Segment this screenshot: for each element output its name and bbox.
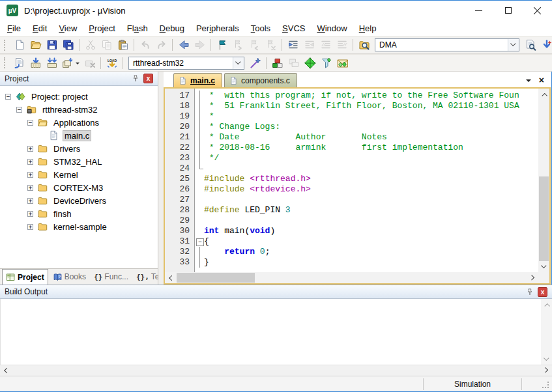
tree-item-cortex-m3[interactable]: +CORTEX-M3 (0, 181, 158, 194)
build-output-close-button[interactable]: x (538, 287, 547, 297)
tree-item-stm32-hal[interactable]: +STM32_HAL (0, 155, 158, 168)
panel-tab-func-[interactable]: {}Func... (91, 269, 132, 285)
resize-grip[interactable] (522, 376, 552, 391)
panel-splitter[interactable] (158, 72, 164, 285)
menu-debug[interactable]: Debug (154, 21, 190, 35)
rebuild-button[interactable] (44, 55, 60, 71)
find-combo-dropdown-button[interactable] (508, 39, 519, 51)
tab-main-c[interactable]: main.c (173, 73, 222, 87)
fold-toggle-icon[interactable] (196, 236, 204, 247)
navigate-back-button[interactable] (175, 37, 192, 53)
scroll-right-button[interactable] (527, 272, 538, 283)
tree-item-kernel[interactable]: +Kernel (0, 168, 158, 181)
menu-peripherals[interactable]: Peripherals (190, 21, 245, 35)
paste-button[interactable] (115, 37, 131, 53)
pin-button[interactable] (525, 287, 534, 297)
collapse-icon[interactable]: − (5, 94, 11, 100)
menu-file[interactable]: File (1, 21, 27, 35)
options-for-target-button[interactable] (247, 55, 263, 71)
new-file-button[interactable] (11, 37, 27, 53)
minimize-button[interactable] (464, 1, 493, 20)
menu-svcs[interactable]: SVCS (276, 21, 311, 35)
maximize-button[interactable] (493, 1, 523, 20)
indent-button[interactable] (285, 37, 301, 53)
expand-icon[interactable]: + (27, 224, 33, 230)
find-in-files-dialog-button[interactable] (522, 37, 538, 53)
menu-project[interactable]: Project (83, 21, 121, 35)
manage-rte-button[interactable] (269, 55, 285, 71)
pin-button[interactable] (130, 74, 140, 83)
document-list-dropdown-icon[interactable] (526, 79, 531, 85)
scroll-up-button[interactable] (538, 89, 549, 100)
expand-icon[interactable]: + (27, 198, 33, 204)
pack-installer-button[interactable] (334, 55, 351, 71)
scroll-left-button[interactable] (165, 272, 176, 283)
collapse-icon[interactable]: − (27, 120, 33, 126)
target-select-combo-value[interactable]: rtthread-stm32 (129, 59, 233, 68)
editor-vertical-scrollbar[interactable] (538, 89, 549, 272)
tree-item-finsh[interactable]: +finsh (0, 207, 158, 220)
insert-bookmark-button[interactable] (214, 37, 230, 53)
build-output-horizontal-scrollbar[interactable] (0, 365, 552, 376)
build-output-content[interactable] (0, 299, 552, 365)
incremental-find-button[interactable] (538, 37, 552, 53)
horizontal-scroll-thumb[interactable] (177, 273, 255, 283)
select-software-packs-button[interactable] (318, 55, 334, 71)
scroll-left-button[interactable] (0, 365, 11, 376)
toolbar-grip[interactable] (4, 57, 7, 68)
build-button[interactable] (27, 55, 44, 71)
fold-marker (196, 122, 204, 132)
scroll-down-button[interactable] (538, 261, 549, 272)
code-editor[interactable]: * with this program; if not, write to th… (204, 89, 538, 272)
scroll-right-button[interactable] (541, 365, 552, 376)
save-button[interactable] (44, 37, 60, 53)
menu-tools[interactable]: Tools (245, 21, 276, 35)
expand-icon[interactable]: + (27, 185, 33, 191)
editor-horizontal-scrollbar[interactable] (165, 272, 538, 283)
download-button[interactable]: LOAD (104, 55, 120, 71)
translate-button[interactable] (11, 55, 27, 71)
tree-item-drivers[interactable]: +Drivers (0, 142, 158, 155)
open-file-button[interactable] (27, 37, 44, 53)
tree-item-kernel-sample[interactable]: +kernel-sample (0, 220, 158, 233)
expand-icon[interactable]: + (27, 211, 33, 217)
line-number: 27 (165, 195, 194, 205)
chevron-left-icon (4, 368, 9, 373)
close-button[interactable] (523, 1, 552, 20)
collapse-icon[interactable]: − (16, 107, 22, 113)
menu-window[interactable]: Window (311, 21, 353, 35)
tree-item-project-project[interactable]: −Project: project (0, 90, 158, 103)
run-time-environment-button[interactable] (302, 55, 318, 71)
target-select-combo-dropdown-button[interactable] (233, 57, 244, 69)
toolbar-grip[interactable] (4, 40, 7, 51)
tree-item-main-c[interactable]: main.c (0, 129, 158, 142)
code-fold-column[interactable] (196, 89, 204, 272)
panel-tab-project[interactable]: Project (2, 269, 48, 285)
expand-icon[interactable]: + (27, 172, 33, 178)
batch-build-button-caret-icon[interactable] (76, 63, 80, 66)
find-in-files-button[interactable] (356, 37, 372, 53)
find-combo-value[interactable]: DMA (375, 40, 508, 49)
menu-edit[interactable]: Edit (27, 21, 53, 35)
target-select-combo[interactable]: rtthread-stm32 (128, 57, 244, 70)
batch-build-button[interactable] (60, 55, 81, 71)
tree-item-devicedrivers[interactable]: +DeviceDrivers (0, 194, 158, 207)
save-all-button[interactable] (60, 37, 76, 53)
project-panel-close-button[interactable]: x (143, 74, 153, 83)
menu-view[interactable]: View (53, 21, 83, 35)
menu-help[interactable]: Help (353, 21, 383, 35)
uncomment-icon (336, 39, 348, 51)
close-document-icon[interactable]: × (539, 76, 544, 85)
build-output-vertical-scrollbar[interactable] (541, 299, 552, 365)
menu-flash[interactable]: Flash (121, 21, 154, 35)
tab-components-c[interactable]: components.c (224, 73, 297, 87)
find-combo[interactable]: DMA (375, 38, 519, 51)
tree-item-applications[interactable]: −Applications (0, 116, 158, 129)
expand-icon[interactable]: + (27, 146, 33, 152)
panel-tab-books[interactable]: ?Books (50, 269, 89, 285)
expand-icon[interactable]: + (27, 159, 33, 165)
tree-item-rtthread-stm32[interactable]: −rtthread-stm32 (0, 103, 158, 116)
scroll-down-button[interactable] (541, 354, 552, 365)
scroll-up-button[interactable] (541, 299, 552, 310)
vertical-scroll-thumb[interactable] (539, 176, 549, 261)
